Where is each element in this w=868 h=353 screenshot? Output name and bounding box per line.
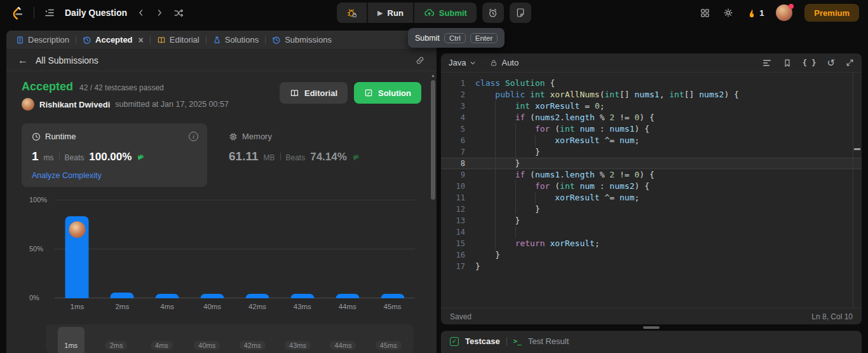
code-line[interactable]: 5 for (int num : nums1) { bbox=[441, 123, 862, 135]
chart-column[interactable] bbox=[325, 200, 370, 298]
panel-resize-handle[interactable] bbox=[643, 326, 660, 329]
tab-testcase[interactable]: Testcase bbox=[465, 336, 500, 346]
memory-head: Memory bbox=[229, 132, 362, 141]
code-line[interactable]: 7 } bbox=[441, 146, 862, 158]
debugger-button[interactable] bbox=[337, 3, 367, 23]
tab-solutions[interactable]: Solutions bbox=[210, 35, 262, 45]
memory-card[interactable]: Memory 61.11 MB Beats 74.14% bbox=[229, 123, 362, 187]
braces-icon[interactable]: { } bbox=[803, 59, 817, 67]
code-line[interactable]: 11 xorResult ^= num; bbox=[441, 192, 862, 204]
runtime-bar[interactable] bbox=[245, 294, 269, 298]
daily-streak[interactable]: 1 bbox=[746, 8, 764, 18]
info-icon[interactable]: i bbox=[189, 132, 198, 141]
editor-header: Java Auto { } ↺ bbox=[441, 53, 862, 73]
editorial-button[interactable]: Editorial bbox=[280, 82, 348, 104]
runtime-bar[interactable] bbox=[156, 294, 179, 298]
user-avatar[interactable] bbox=[776, 4, 792, 21]
chart-column[interactable] bbox=[235, 200, 280, 298]
history-icon bbox=[83, 36, 92, 45]
leetcode-logo[interactable] bbox=[9, 5, 24, 20]
back-arrow-icon[interactable]: ← bbox=[18, 55, 28, 66]
close-tab-icon[interactable]: × bbox=[139, 35, 144, 45]
code-line[interactable]: 6 xorResult ^= num; bbox=[441, 135, 862, 146]
solution-button[interactable]: Solution bbox=[354, 82, 421, 104]
code-text: public int xorAllNums(int[] nums1, int[]… bbox=[475, 89, 739, 100]
tab-separator bbox=[206, 36, 207, 44]
runtime-bar[interactable] bbox=[336, 294, 359, 298]
tab-submissions[interactable]: Submissions bbox=[269, 35, 335, 45]
runtime-bucket[interactable]: 43ms bbox=[275, 324, 320, 353]
tab-test-result[interactable]: Test Result bbox=[528, 336, 569, 346]
prev-question-icon[interactable] bbox=[137, 8, 146, 17]
chart-bars bbox=[55, 200, 415, 298]
settings-gear-icon[interactable] bbox=[722, 7, 734, 18]
code-line[interactable]: 8 } bbox=[441, 158, 862, 169]
runtime-bucket[interactable]: 1ms bbox=[48, 324, 93, 353]
overview-ruler[interactable] bbox=[853, 73, 862, 308]
language-selector[interactable]: Java bbox=[449, 58, 476, 67]
runtime-bucket[interactable]: 40ms bbox=[184, 324, 229, 353]
runtime-bucket[interactable]: 4ms bbox=[139, 324, 184, 353]
runtime-bar[interactable] bbox=[65, 216, 89, 298]
runtime-card[interactable]: Runtime i 1 ms Beats 100.00% Analyze Com… bbox=[22, 123, 207, 187]
code-line[interactable]: 3 int xorResult = 0; bbox=[441, 100, 862, 112]
code-line[interactable]: 13 } bbox=[441, 215, 862, 226]
chart-column[interactable] bbox=[280, 200, 325, 298]
expand-icon[interactable] bbox=[846, 59, 854, 67]
code-line[interactable]: 2 public int xorAllNums(int[] nums1, int… bbox=[441, 89, 862, 100]
runtime-distribution-chart: 100% 50% 0% 1ms2ms4ms40ms42ms43ms44ms45m… bbox=[22, 200, 415, 310]
run-button[interactable]: ▶ Run bbox=[367, 3, 413, 23]
runtime-bucket[interactable]: 2ms bbox=[93, 324, 139, 353]
chart-column[interactable] bbox=[145, 200, 190, 298]
runtime-bucket[interactable]: 45ms bbox=[366, 324, 411, 353]
runtime-bucket[interactable]: 44ms bbox=[320, 324, 365, 353]
reset-code-icon[interactable]: ↺ bbox=[827, 57, 835, 69]
code-lines[interactable]: 1class Solution {2 public int xorAllNums… bbox=[441, 73, 862, 272]
code-line[interactable]: 14 bbox=[441, 226, 862, 238]
code-line[interactable]: 12 } bbox=[441, 204, 862, 215]
cloud-upload-icon bbox=[424, 8, 435, 18]
runtime-bucket[interactable]: 42ms bbox=[230, 324, 275, 353]
runtime-bar[interactable] bbox=[201, 294, 224, 298]
code-line[interactable]: 17} bbox=[441, 261, 862, 272]
bookmark-icon[interactable] bbox=[783, 59, 792, 67]
tab-separator bbox=[506, 337, 507, 346]
submitter-name[interactable]: Rishikant Dwivedi bbox=[39, 100, 110, 109]
code-text: return xorResult; bbox=[475, 238, 600, 249]
notes-button[interactable] bbox=[510, 3, 531, 23]
format-code-icon[interactable] bbox=[762, 58, 772, 68]
chart-column[interactable] bbox=[55, 200, 100, 298]
copy-link-icon[interactable] bbox=[415, 55, 425, 66]
random-question-icon[interactable] bbox=[173, 8, 184, 18]
code-line[interactable]: 16 } bbox=[441, 249, 862, 261]
timer-button[interactable] bbox=[482, 3, 504, 23]
code-line[interactable]: 10 for (int num : nums2) { bbox=[441, 181, 862, 192]
runtime-bar[interactable] bbox=[290, 294, 314, 298]
runtime-bar[interactable] bbox=[381, 294, 404, 298]
chart-column[interactable] bbox=[370, 200, 415, 298]
tab-accepted[interactable]: Accepted × bbox=[79, 35, 147, 45]
chart-column[interactable] bbox=[100, 200, 145, 298]
left-panel-scrollbar[interactable]: ▲ bbox=[430, 74, 436, 353]
scrollbar-thumb[interactable] bbox=[431, 80, 435, 200]
tab-editorial[interactable]: Editorial bbox=[154, 35, 203, 45]
autocomplete-toggle[interactable]: Auto bbox=[490, 58, 519, 67]
next-question-icon[interactable] bbox=[155, 8, 164, 17]
chart-column[interactable] bbox=[190, 200, 235, 298]
problem-list-icon[interactable] bbox=[44, 7, 55, 18]
analyze-complexity-link[interactable]: Analyze Complexity bbox=[32, 171, 197, 180]
runtime-values: 1 ms Beats 100.00% bbox=[32, 149, 197, 163]
problem-list-label[interactable]: Daily Question bbox=[65, 8, 127, 18]
scrollbar-up-arrow[interactable]: ▲ bbox=[430, 73, 436, 79]
submit-button[interactable]: Submit bbox=[413, 3, 477, 23]
premium-button[interactable]: Premium bbox=[804, 4, 859, 22]
code-line[interactable]: 1class Solution { bbox=[441, 78, 862, 89]
code-text: class Solution { bbox=[475, 78, 555, 89]
code-line[interactable]: 4 if (nums2.length % 2 != 0) { bbox=[441, 112, 862, 123]
all-submissions-label[interactable]: All Submissions bbox=[36, 55, 98, 66]
code-line[interactable]: 9 if (nums1.length % 2 != 0) { bbox=[441, 169, 862, 181]
tab-description[interactable]: Description bbox=[13, 35, 72, 45]
layout-grid-icon[interactable] bbox=[700, 8, 710, 18]
code-line[interactable]: 15 return xorResult; bbox=[441, 238, 862, 249]
runtime-bar[interactable] bbox=[111, 293, 134, 298]
